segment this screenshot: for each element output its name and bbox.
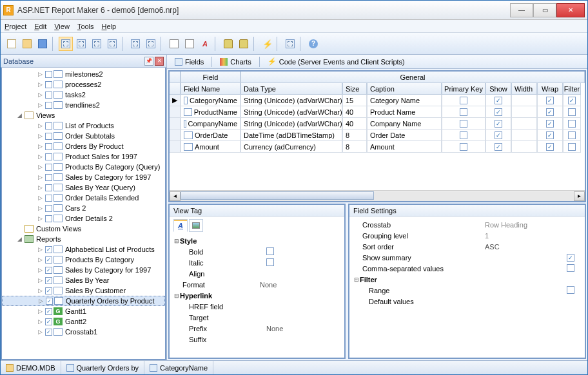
prop-prefix[interactable]: PrefixNone (173, 323, 340, 334)
tree-checkbox[interactable] (45, 195, 52, 202)
gen-button[interactable] (105, 37, 119, 51)
tree-item[interactable]: ◢Reports (2, 234, 165, 244)
wrap-checkbox[interactable]: ✓ (546, 120, 554, 128)
tree-checkbox[interactable] (45, 153, 52, 160)
show-checkbox[interactable]: ✓ (495, 131, 502, 139)
tree-item[interactable]: ▷Order Subtotals (2, 131, 165, 141)
view-tag-tab-text[interactable]: A (173, 219, 188, 232)
pk-checkbox[interactable] (460, 143, 467, 151)
expand-icon[interactable]: ▷ (37, 329, 44, 335)
tree-item[interactable]: ▷✓Sales By Customer (2, 285, 165, 296)
expand-icon[interactable]: ▷ (37, 164, 44, 170)
hyperlink-group[interactable]: ⊟Hyperlink (173, 290, 340, 301)
tab-code[interactable]: ⚡Code (Server Events and Client Scripts) (264, 57, 409, 66)
prop-summary[interactable]: Show summary✓ (353, 252, 581, 263)
pk-checkbox[interactable] (460, 131, 467, 139)
expand-icon[interactable]: ▷ (37, 91, 44, 98)
grid-row[interactable]: ProductNameString (Unicode) (adVarWChar)… (170, 106, 585, 118)
expand-icon[interactable]: ▷ (37, 246, 44, 253)
filter-checkbox[interactable] (568, 120, 576, 128)
filter-checkbox[interactable] (568, 143, 576, 151)
tree-checkbox[interactable] (45, 133, 52, 140)
wrap-checkbox[interactable]: ✓ (546, 143, 554, 151)
tree-item[interactable]: ▷trendlines2 (2, 100, 165, 110)
prop-crosstab[interactable]: CrosstabRow Heading (353, 219, 581, 230)
addview-button[interactable] (167, 37, 181, 51)
expand-icon[interactable]: ▷ (37, 287, 44, 294)
pk-checkbox[interactable] (460, 120, 467, 128)
database-tree[interactable]: ▷milestones2▷processes2▷tasks2▷trendline… (1, 68, 166, 360)
grid-row[interactable]: CompanyNameString (Unicode) (adVarWChar)… (170, 118, 585, 130)
close-button[interactable]: ✕ (556, 3, 585, 17)
tree-checkbox[interactable] (45, 164, 52, 171)
col-filter[interactable]: Filter (563, 83, 581, 95)
tree-item[interactable]: ▷Order Details 2 (2, 213, 165, 224)
tree-checkbox[interactable] (45, 143, 52, 150)
grid-row[interactable]: AmountCurrency (adCurrency)8Amount✓✓ (170, 141, 585, 153)
show-checkbox[interactable]: ✓ (495, 97, 502, 104)
menu-project[interactable]: Project (5, 23, 26, 30)
scroll-thumb[interactable] (181, 191, 374, 200)
addreport-button[interactable] (182, 37, 197, 51)
tree-checkbox[interactable] (45, 81, 52, 88)
tree-item[interactable]: ▷Order Details Extended (2, 193, 165, 203)
prop-target[interactable]: Target (173, 312, 340, 323)
col-size[interactable]: Size (342, 83, 367, 95)
filter-group[interactable]: ⊟Filter (353, 274, 581, 285)
prop-defaults[interactable]: Default values (353, 296, 581, 307)
tree-item[interactable]: ▷Products By Category (Query) (2, 162, 165, 172)
tree-checkbox[interactable]: ✓ (45, 329, 52, 336)
tree-checkbox[interactable]: ✓ (45, 277, 52, 284)
menu-edit[interactable]: Edit (34, 23, 46, 30)
grid-hscroll[interactable]: ◄ ► (170, 190, 585, 201)
expand-icon[interactable]: ▷ (37, 205, 44, 211)
tree-checkbox[interactable]: ✓ (45, 246, 52, 253)
bold-checkbox[interactable] (266, 247, 274, 255)
db-button[interactable] (59, 37, 73, 51)
menu-tools[interactable]: Tools (77, 23, 94, 30)
tree-item[interactable]: ▷✓Sales by Category for 1997 (2, 265, 165, 275)
expand-icon[interactable]: ▷ (37, 277, 44, 284)
expand-icon[interactable]: ▷ (37, 267, 44, 273)
tree-checkbox[interactable] (45, 91, 52, 99)
style-group[interactable]: ⊟Style (173, 235, 340, 246)
tree-item[interactable]: ▷✓Crosstab1 (2, 327, 165, 337)
tree-item[interactable]: ▷List of Products (2, 120, 165, 131)
tree-checkbox[interactable] (45, 215, 52, 222)
tree-item[interactable]: ▷tasks2 (2, 90, 165, 100)
sync2-button[interactable] (144, 37, 158, 51)
pin-button[interactable]: 📌 (144, 57, 153, 66)
expand-icon[interactable]: ▷ (37, 133, 44, 139)
prop-italic[interactable]: Italic (173, 257, 340, 268)
col-width[interactable]: Width (511, 83, 537, 95)
tree-checkbox[interactable]: ✓ (45, 308, 52, 315)
tree-item[interactable]: ▷✓GGantt2 (2, 316, 165, 327)
tree-item[interactable]: ▷Sales By Year (Query) (2, 182, 165, 193)
prop-csv[interactable]: Comma-separated values (353, 263, 581, 274)
tree-item[interactable]: ▷✓Products By Category (2, 255, 165, 265)
col-data-type[interactable]: Data Type (240, 83, 342, 95)
settings-button[interactable] (283, 37, 297, 51)
prop-href[interactable]: HREF field (173, 301, 340, 312)
expand-icon[interactable]: ▷ (37, 298, 44, 304)
tree-item[interactable]: ▷✓Sales By Year (2, 275, 165, 285)
tree-item[interactable]: ▷milestones2 (2, 69, 165, 79)
tab-charts[interactable]: Charts (216, 58, 255, 66)
wrap-checkbox[interactable]: ✓ (546, 131, 554, 139)
tree-item[interactable]: ◢Views (2, 110, 165, 120)
expand-icon[interactable]: ◢ (16, 112, 23, 119)
lock-button[interactable] (221, 37, 235, 51)
expand-icon[interactable]: ▷ (37, 174, 44, 180)
tree-checkbox[interactable]: ✓ (45, 318, 52, 325)
help-button[interactable]: ? (306, 37, 320, 51)
new-button[interactable] (5, 37, 19, 51)
tree-item[interactable]: ▷✓Quarterly Orders by Product (2, 296, 165, 306)
tree-checkbox[interactable]: ✓ (45, 267, 52, 274)
col-wrap[interactable]: Wrap (537, 83, 563, 95)
expand-icon[interactable]: ▷ (37, 102, 44, 108)
view-tag-tab-image[interactable] (189, 219, 203, 232)
tree-item[interactable]: ▷Cars 2 (2, 203, 165, 213)
expand-icon[interactable]: ▷ (37, 184, 44, 191)
show-checkbox[interactable]: ✓ (495, 108, 502, 116)
scroll-track[interactable] (181, 191, 574, 201)
